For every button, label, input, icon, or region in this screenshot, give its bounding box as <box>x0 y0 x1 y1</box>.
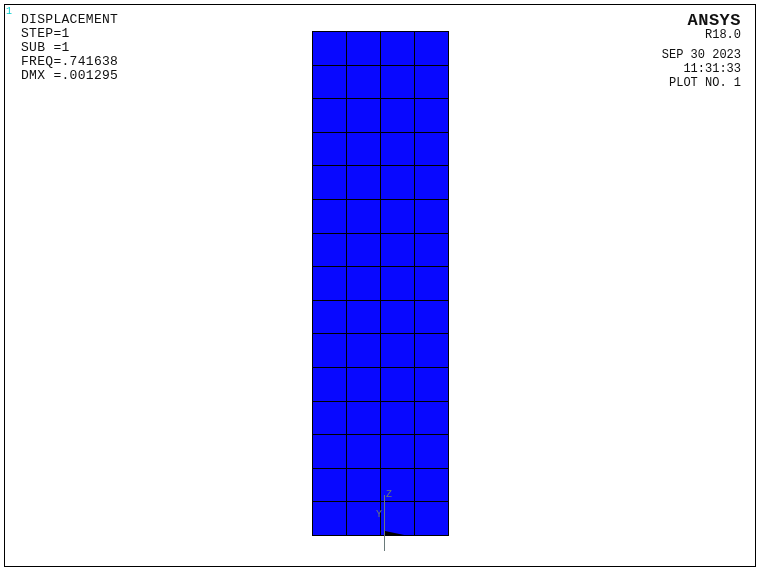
mesh-cell <box>346 199 381 234</box>
brand-plot-no: PLOT NO. 1 <box>662 76 741 90</box>
mesh-cell <box>312 31 347 66</box>
mesh-cell <box>380 199 415 234</box>
brand-version: R18.0 <box>662 28 741 42</box>
mesh-cell <box>312 401 347 436</box>
mesh-cell <box>346 333 381 368</box>
mesh-cell <box>346 98 381 133</box>
mesh-cell <box>414 199 449 234</box>
mesh-cell <box>414 266 449 301</box>
mesh-cell <box>312 333 347 368</box>
mesh-cell <box>312 501 347 536</box>
mesh-cell <box>346 65 381 100</box>
mesh-cell <box>414 165 449 200</box>
mesh-cell <box>346 300 381 335</box>
mesh-cell <box>414 300 449 335</box>
mesh-cell <box>346 233 381 268</box>
mesh-cell <box>312 468 347 503</box>
plot-frame: 1 DISPLACEMENT STEP=1 SUB =1 FREQ=.74163… <box>4 4 756 567</box>
mesh-cell <box>346 31 381 66</box>
mesh-cell <box>414 65 449 100</box>
mesh-cell <box>414 367 449 402</box>
mesh-cell <box>414 501 449 536</box>
mesh-cell <box>380 233 415 268</box>
brand-date: SEP 30 2023 <box>662 48 741 62</box>
mesh-cell <box>312 233 347 268</box>
sub-label: SUB =1 <box>21 41 118 55</box>
fe-mesh <box>312 31 448 535</box>
mesh-cell <box>312 300 347 335</box>
mesh-cell <box>312 367 347 402</box>
model-viewport[interactable] <box>312 31 448 535</box>
mesh-cell <box>312 98 347 133</box>
mesh-cell <box>380 165 415 200</box>
mesh-cell <box>414 31 449 66</box>
mesh-cell <box>380 401 415 436</box>
mesh-cell <box>414 333 449 368</box>
mesh-cell <box>380 501 415 536</box>
mesh-cell <box>312 266 347 301</box>
brand-time: 11:31:33 <box>662 62 741 76</box>
mesh-cell <box>380 367 415 402</box>
mesh-cell <box>414 132 449 167</box>
mesh-cell <box>380 65 415 100</box>
analysis-title: DISPLACEMENT <box>21 13 118 27</box>
mesh-cell <box>380 31 415 66</box>
mesh-cell <box>414 98 449 133</box>
mesh-cell <box>414 401 449 436</box>
mesh-cell <box>312 132 347 167</box>
mesh-cell <box>380 266 415 301</box>
plot-index-marker: 1 <box>6 6 12 17</box>
mesh-cell <box>346 434 381 469</box>
mesh-cell <box>414 233 449 268</box>
mesh-cell <box>312 199 347 234</box>
step-label: STEP=1 <box>21 27 118 41</box>
result-info-block: DISPLACEMENT STEP=1 SUB =1 FREQ=.741638 … <box>21 13 118 83</box>
mesh-cell <box>346 165 381 200</box>
mesh-cell <box>380 132 415 167</box>
freq-label: FREQ=.741638 <box>21 55 118 69</box>
dmx-label: DMX =.001295 <box>21 69 118 83</box>
mesh-cell <box>346 401 381 436</box>
brand-block: ANSYS R18.0 SEP 30 2023 11:31:33 PLOT NO… <box>662 11 741 90</box>
mesh-cell <box>346 266 381 301</box>
mesh-cell <box>346 132 381 167</box>
mesh-cell <box>346 367 381 402</box>
mesh-cell <box>380 434 415 469</box>
mesh-cell <box>380 98 415 133</box>
mesh-cell <box>380 468 415 503</box>
mesh-cell <box>312 434 347 469</box>
mesh-cell <box>380 300 415 335</box>
mesh-cell <box>380 333 415 368</box>
mesh-cell <box>312 165 347 200</box>
mesh-cell <box>414 434 449 469</box>
mesh-cell <box>346 501 381 536</box>
mesh-cell <box>346 468 381 503</box>
mesh-cell <box>312 65 347 100</box>
mesh-cell <box>414 468 449 503</box>
